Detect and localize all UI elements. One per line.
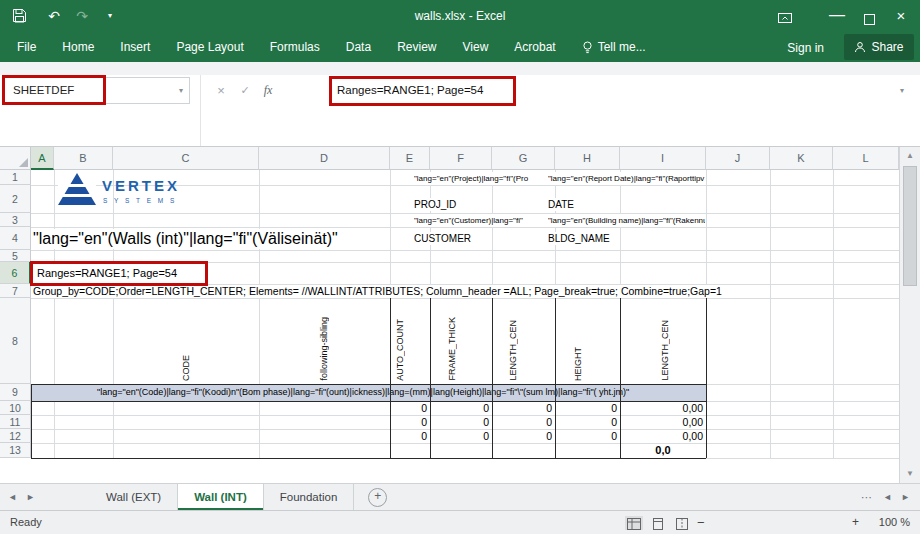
cell-date[interactable]: DATE xyxy=(548,198,574,211)
row-header-6[interactable]: 6 xyxy=(0,262,31,284)
vertical-header-auto-count[interactable]: AUTO_COUNT xyxy=(395,319,405,381)
cell-e11[interactable]: 0 xyxy=(391,415,427,429)
cell-customer-label[interactable]: "lang="en"(Customer)|lang="fi" xyxy=(414,214,546,227)
cell-h10[interactable]: 0 xyxy=(556,401,617,415)
scroll-down-icon[interactable]: ▼ xyxy=(900,466,920,482)
cell-bldg-name[interactable]: BLDG_NAME xyxy=(548,232,610,245)
cell-project-label[interactable]: "lang="en"(Project)|lang="fi"(Pro xyxy=(414,172,546,185)
cell-g10[interactable]: 0 xyxy=(493,401,552,415)
cell-e12[interactable]: 0 xyxy=(391,429,427,443)
insert-function-icon[interactable]: fx xyxy=(258,77,278,104)
column-header-a[interactable]: A xyxy=(31,147,54,170)
cell-building-name-label[interactable]: "lang="en"(Building name)|lang="fi"(Rake… xyxy=(548,214,705,227)
tab-insert[interactable]: Insert xyxy=(107,32,163,62)
cell-h12[interactable]: 0 xyxy=(556,429,617,443)
formula-bar-collapse-icon[interactable]: ▾ xyxy=(892,77,912,104)
tab-page-layout[interactable]: Page Layout xyxy=(163,32,256,62)
vertical-header-length-cen-2[interactable]: LENGTH_CEN xyxy=(660,320,670,381)
ribbon-display-options-icon[interactable] xyxy=(778,10,792,28)
column-header-c[interactable]: C xyxy=(113,147,259,170)
tab-file[interactable]: File xyxy=(4,32,49,62)
cell-g11[interactable]: 0 xyxy=(493,415,552,429)
cell-report-date-label[interactable]: "lang="en"(Report Date)|lang="fi"(Raport… xyxy=(548,172,705,185)
cell-walls-title[interactable]: "lang="en"(Walls (int)"|lang="fi"(Välise… xyxy=(33,229,338,249)
cell-h11[interactable]: 0 xyxy=(556,415,617,429)
row-header-9[interactable]: 9 xyxy=(0,384,31,401)
row-header-3[interactable]: 3 xyxy=(0,213,31,227)
sheet-nav-right-icon[interactable]: ► xyxy=(26,484,35,510)
cell-g12[interactable]: 0 xyxy=(493,429,552,443)
tab-formulas[interactable]: Formulas xyxy=(257,32,333,62)
cell-i10[interactable]: 0,00 xyxy=(621,401,703,415)
sheet-tab-wall-ext[interactable]: Wall (EXT) xyxy=(90,484,178,510)
cell-ranges-def[interactable]: Ranges=RANGE1; Page=54 xyxy=(37,264,177,283)
zoom-level[interactable]: 100 % xyxy=(879,511,910,534)
sheet-tab-foundation[interactable]: Foundation xyxy=(264,484,355,510)
tab-home[interactable]: Home xyxy=(49,32,107,62)
cell-proj-id[interactable]: PROJ_ID xyxy=(414,198,456,211)
sheet-nav-left-icon[interactable]: ◄ xyxy=(8,484,17,510)
name-box-dropdown-icon[interactable]: ▾ xyxy=(179,78,183,103)
vertical-scrollbar-thumb[interactable] xyxy=(903,166,917,286)
select-all-corner[interactable] xyxy=(0,147,31,170)
tab-acrobat[interactable]: Acrobat xyxy=(501,32,568,62)
column-header-b[interactable]: B xyxy=(54,147,113,170)
minimize-button[interactable]: — xyxy=(822,0,852,30)
vertical-header-code[interactable]: CODE xyxy=(181,355,191,381)
vertical-header-following-sibling[interactable]: following-sibling xyxy=(319,317,329,381)
column-header-f[interactable]: F xyxy=(430,147,492,170)
sheet-tab-wall-int[interactable]: Wall (INT) xyxy=(178,484,264,510)
row-header-5[interactable]: 5 xyxy=(0,250,31,262)
vertical-scrollbar[interactable]: ▲ ▼ xyxy=(899,147,920,483)
enter-entry-icon[interactable]: ✓ xyxy=(236,77,254,104)
cell-customer[interactable]: CUSTOMER xyxy=(414,232,471,245)
row-header-2[interactable]: 2 xyxy=(0,185,31,213)
cell-table-def[interactable]: Group_by=CODE;Order=LENGTH_CENTER; Eleme… xyxy=(33,285,722,298)
tell-me-box[interactable]: Tell me... xyxy=(569,32,659,62)
vertical-header-height[interactable]: HEIGHT xyxy=(573,347,583,381)
tab-data[interactable]: Data xyxy=(333,32,384,62)
column-header-g[interactable]: G xyxy=(492,147,555,170)
row-header-1[interactable]: 1 xyxy=(0,170,31,185)
maximize-button[interactable] xyxy=(854,11,884,29)
sign-in-link[interactable]: Sign in xyxy=(787,32,824,64)
row-header-4[interactable]: 4 xyxy=(0,227,31,250)
close-button[interactable]: × xyxy=(886,0,916,32)
tab-splitter-icon[interactable]: ⋯ xyxy=(861,484,872,510)
column-header-h[interactable]: H xyxy=(555,147,620,170)
row-header-7[interactable]: 7 xyxy=(0,284,31,298)
zoom-out-icon[interactable]: − xyxy=(697,511,705,534)
row-header-12[interactable]: 12 xyxy=(0,429,31,443)
tab-view[interactable]: View xyxy=(450,32,502,62)
hscroll-right-icon[interactable]: ► xyxy=(901,484,910,510)
row-header-8[interactable]: 8 xyxy=(0,298,31,384)
cell-total[interactable]: 0,0 xyxy=(620,443,706,458)
column-header-d[interactable]: D xyxy=(259,147,390,170)
scroll-up-icon[interactable]: ▲ xyxy=(900,148,920,164)
row-header-13[interactable]: 13 xyxy=(0,443,31,458)
cell-f10[interactable]: 0 xyxy=(431,401,489,415)
zoom-in-icon[interactable]: + xyxy=(852,511,859,534)
cell-i12[interactable]: 0,00 xyxy=(621,429,703,443)
column-header-i[interactable]: I xyxy=(620,147,706,170)
cell-table-header-row[interactable]: "lang="en"(Code)|lang="fi"(Koodi)n"(Bom … xyxy=(97,384,629,401)
cell-f12[interactable]: 0 xyxy=(431,429,489,443)
cancel-entry-icon[interactable]: × xyxy=(212,77,230,104)
vertical-header-length-cen-1[interactable]: LENGTH_CEN xyxy=(508,320,518,381)
row-header-10[interactable]: 10 xyxy=(0,401,31,415)
cell-e10[interactable]: 0 xyxy=(391,401,427,415)
column-header-j[interactable]: J xyxy=(706,147,770,170)
share-button[interactable]: Share xyxy=(844,34,914,60)
page-break-view-icon[interactable] xyxy=(673,516,691,530)
cell-i11[interactable]: 0,00 xyxy=(621,415,703,429)
hscroll-left-icon[interactable]: ◄ xyxy=(883,484,892,510)
page-layout-view-icon[interactable] xyxy=(649,516,667,530)
column-header-k[interactable]: K xyxy=(770,147,833,170)
vertical-header-frame-thick[interactable]: FRAME_THICK xyxy=(447,317,457,381)
column-header-l[interactable]: L xyxy=(833,147,899,170)
column-header-e[interactable]: E xyxy=(390,147,430,170)
normal-view-icon[interactable] xyxy=(625,516,643,530)
new-sheet-button[interactable]: + xyxy=(368,488,387,507)
cell-f11[interactable]: 0 xyxy=(431,415,489,429)
tab-review[interactable]: Review xyxy=(384,32,449,62)
